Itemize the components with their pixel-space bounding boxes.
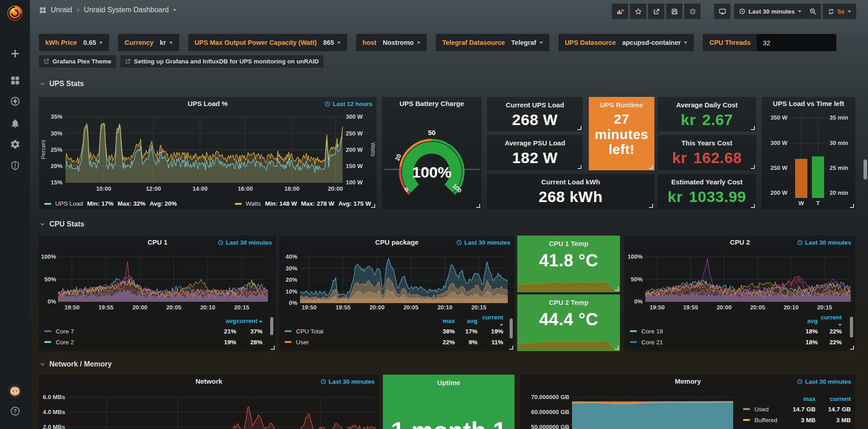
cpu-threads-input[interactable] (757, 34, 836, 51)
panel-title[interactable]: UPS Load vs Time left (762, 100, 855, 107)
panel-resize-handle[interactable] (751, 204, 755, 208)
time-range-picker[interactable]: Last 30 minutes (734, 4, 806, 19)
server-admin-shield-icon[interactable] (10, 160, 20, 171)
legend-sort-avg[interactable]: avg (786, 318, 818, 324)
row-header-network-memory[interactable]: Network / Memory (40, 360, 112, 368)
legend-scrollbar[interactable] (850, 317, 853, 337)
variable-ups-datasource[interactable]: UPS Datasourceapcupsd-container (558, 34, 694, 51)
cpu-package-chart[interactable]: 40%30%20%10%0%19:5019:5520:0020:0520:102… (279, 236, 515, 315)
legend-series[interactable]: CPU Total (285, 328, 428, 335)
panel-resize-handle[interactable] (751, 165, 755, 169)
legend-item[interactable]: UPS LoadMin: 17%Max: 32%Avg: 20% (44, 200, 177, 207)
refresh-picker[interactable]: 5s (823, 4, 856, 19)
stat-title[interactable]: Average PSU Load (487, 139, 583, 147)
legend-sort-avg[interactable]: avg (455, 318, 477, 324)
help-icon[interactable] (10, 406, 20, 416)
legend-sort-max[interactable]: max (782, 395, 816, 402)
legend-series[interactable]: Core 7 (44, 328, 205, 335)
variable-host[interactable]: hostNostromo (356, 34, 427, 51)
stat-title[interactable]: Average Daily Cost (658, 101, 756, 109)
variable-currency[interactable]: Currencykr (118, 34, 179, 51)
stat-value: 162.68 (693, 149, 742, 166)
legend-sort-current[interactable]: current (236, 318, 262, 324)
cpu1-chart[interactable]: 100%50%0%19:5019:5520:0020:0520:1020:15 (39, 236, 276, 315)
link-ups-monitoring-guide[interactable]: Setting up Grafana and InfluxDB for UPS … (120, 55, 324, 67)
panel-resize-handle[interactable] (371, 204, 375, 208)
legend-sort-current[interactable]: current (816, 395, 851, 402)
dashboard-title[interactable]: Unraid System Dashboard (84, 6, 169, 14)
explore-compass-icon[interactable] (10, 96, 20, 106)
legend-scrollbar[interactable] (510, 318, 513, 338)
stat-title[interactable]: Current Load kWh (487, 178, 654, 186)
title-caret-icon[interactable] (173, 9, 176, 11)
cycle-view-button[interactable] (714, 4, 730, 19)
panel-resize-handle[interactable] (615, 287, 619, 291)
add-panel-button[interactable] (612, 4, 628, 19)
legend-scrollbar[interactable] (270, 317, 273, 335)
variable-telegraf-datasource[interactable]: Telegraf DatasourceTelegraf (436, 34, 549, 51)
panel-title[interactable]: UPS Battery Charge (382, 100, 482, 107)
time-range-label: Last 30 minutes (749, 8, 795, 15)
legend-series[interactable]: User (285, 339, 428, 346)
legend-series[interactable]: Core 18 (630, 328, 786, 335)
panel-resize-handle[interactable] (577, 126, 582, 130)
legend-item[interactable]: WattsMin: 148 WMax: 278 WAvg: 175 W (235, 200, 371, 207)
panel-resize-handle[interactable] (615, 346, 619, 350)
svg-text:20%: 20% (286, 276, 297, 283)
page-scrollbar[interactable] (863, 159, 867, 179)
svg-text:200 W: 200 W (770, 189, 787, 196)
zoom-out-button[interactable] (805, 4, 821, 19)
star-button[interactable] (630, 4, 646, 19)
legend-series[interactable]: Core 21 (630, 339, 786, 346)
panel-resize-handle[interactable] (649, 165, 653, 169)
panel-resize-handle[interactable] (751, 126, 755, 130)
legend-sort-max[interactable]: max (428, 318, 455, 324)
stat-title[interactable]: CPU 1 Temp (517, 240, 620, 247)
legend-series[interactable]: Buffered (743, 417, 782, 424)
panel-resize-handle[interactable] (509, 346, 513, 350)
stat-title[interactable]: Uptime (383, 379, 515, 386)
legend-series[interactable]: Core 2 (44, 339, 205, 346)
panel-resize-handle[interactable] (850, 346, 854, 350)
svg-text:350 W: 350 W (770, 114, 787, 121)
panel-resize-handle[interactable] (577, 165, 582, 169)
dashboards-icon[interactable] (10, 75, 20, 86)
row-header-cpu-stats[interactable]: CPU Stats (40, 220, 84, 228)
svg-text:20:10: 20:10 (200, 304, 215, 311)
grafana-logo-icon[interactable] (5, 4, 24, 23)
time-override: Last 30 minutes (320, 378, 375, 385)
panel-cpu1-temp: CPU 1 Temp41.8 °C (517, 236, 620, 292)
stat-title[interactable]: UPS Runtime (589, 101, 654, 109)
panel-resize-handle[interactable] (476, 204, 480, 208)
create-icon[interactable] (10, 48, 20, 59)
variable-ups-max-output[interactable]: UPS Max Output Power Capacity (Watt)865 (188, 34, 347, 51)
svg-text:20:15: 20:15 (471, 304, 486, 311)
cpu2-chart[interactable]: 100%50%0%19:5019:5520:0020:0520:1020:15 (625, 236, 855, 315)
breadcrumb-folder[interactable]: Unraid (51, 6, 72, 14)
stat-title[interactable]: Estimated Yearly Cost (658, 178, 756, 186)
svg-text:25%: 25% (51, 146, 62, 153)
share-button[interactable] (648, 4, 664, 19)
stat-title[interactable]: This Years Cost (658, 139, 756, 147)
legend-sort-current[interactable]: current (477, 314, 503, 328)
link-grafana-plex-theme[interactable]: Grafana Plex Theme (39, 55, 116, 67)
legend-sort-current[interactable]: current (818, 314, 842, 328)
svg-text:2.0 MBs: 2.0 MBs (43, 424, 65, 429)
legend-series[interactable]: Used (743, 406, 782, 413)
stat-title[interactable]: CPU 2 Temp (517, 299, 620, 306)
settings-button[interactable] (684, 4, 701, 19)
panel-resize-handle[interactable] (850, 204, 854, 208)
stat-title[interactable]: Current UPS Load (487, 101, 583, 109)
variable-kwh-price[interactable]: kWh Price0.65 (39, 34, 109, 51)
ups-load-chart[interactable]: 35%30%25%20%15%300 W250 W200 W150 W100 W… (39, 97, 377, 209)
svg-text:0%: 0% (48, 298, 56, 305)
user-avatar[interactable] (8, 384, 22, 398)
alerting-bell-icon[interactable] (10, 118, 20, 129)
load-vs-time-bar-chart[interactable]: 350 W300 W250 W200 W35 min30 min25 min20… (762, 97, 855, 209)
panel-resize-handle[interactable] (271, 346, 275, 350)
configuration-gear-icon[interactable] (10, 139, 20, 149)
panel-resize-handle[interactable] (649, 204, 653, 208)
row-header-ups-stats[interactable]: UPS Stats (40, 80, 84, 88)
legend-sort-avg[interactable]: avg (205, 318, 236, 324)
save-button[interactable] (666, 4, 682, 19)
